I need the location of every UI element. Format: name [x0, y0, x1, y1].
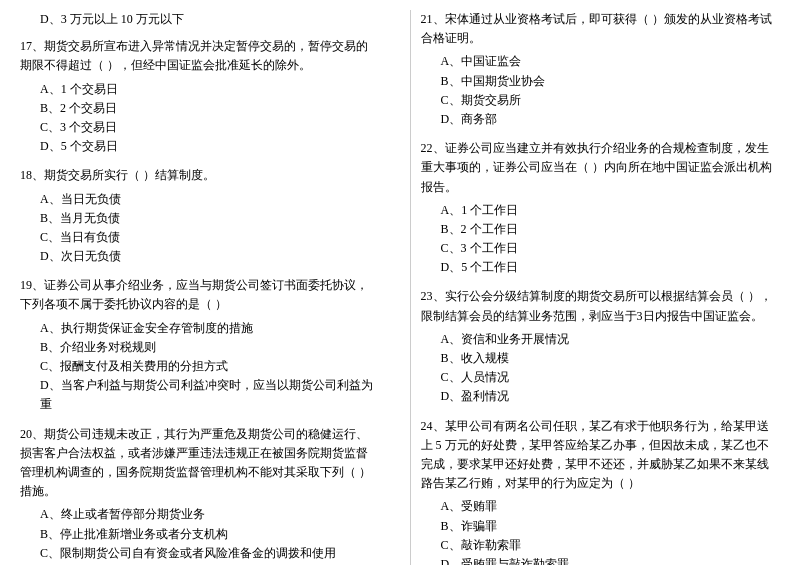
q18-option-a: A、当日无负债	[40, 190, 380, 209]
q17-option-a: A、1 个交易日	[40, 80, 380, 99]
question-24: 24、某甲公司有两名公司任职，某乙有求于他职务行为，给某甲送上 5 万元的好处费…	[421, 417, 781, 565]
question-18: 18、期货交易所实行（ ）结算制度。 A、当日无负债 B、当月无负债 C、当日有…	[20, 166, 380, 266]
q19-option-b: B、介绍业务对税规则	[40, 338, 380, 357]
q18-option-d: D、次日无负债	[40, 247, 380, 266]
q24-option-d: D、受贿罪与敲诈勒索罪	[441, 555, 781, 565]
q22-option-c: C、3 个工作日	[441, 239, 781, 258]
question-23: 23、实行公会分级结算制度的期货交易所可以根据结算会员（ ），限制结算会员的结算…	[421, 287, 781, 406]
q24-option-a: A、受贿罪	[441, 497, 781, 516]
question-20: 20、期货公司违规未改正，其行为严重危及期货公司的稳健运行、损害客户合法权益，或…	[20, 425, 380, 565]
q23-option-c: C、人员情况	[441, 368, 781, 387]
q23-option-d: D、盈利情况	[441, 387, 781, 406]
right-column: 21、宋体通过从业资格考试后，即可获得（ ）颁发的从业资格考试合格证明。 A、中…	[410, 10, 781, 565]
question-19: 19、证券公司从事介绍业务，应当与期货公司签订书面委托协议，下列各项不属于委托协…	[20, 276, 380, 414]
q24-option-c: C、敲诈勒索罪	[441, 536, 781, 555]
question-22-text: 22、证券公司应当建立并有效执行介绍业务的合规检查制度，发生重大事项的，证券公司…	[421, 139, 781, 197]
q19-option-c: C、报酬支付及相关费用的分担方式	[40, 357, 380, 376]
question-21-text: 21、宋体通过从业资格考试后，即可获得（ ）颁发的从业资格考试合格证明。	[421, 10, 781, 48]
top-option-d: D、3 万元以上 10 万元以下	[20, 10, 380, 29]
question-21: 21、宋体通过从业资格考试后，即可获得（ ）颁发的从业资格考试合格证明。 A、中…	[421, 10, 781, 129]
q17-option-d: D、5 个交易日	[40, 137, 380, 156]
q23-option-b: B、收入规模	[441, 349, 781, 368]
q17-option-c: C、3 个交易日	[40, 118, 380, 137]
question-17: 17、期货交易所宣布进入异常情况并决定暂停交易的，暂停交易的期限不得超过（ ），…	[20, 37, 380, 156]
question-24-text: 24、某甲公司有两名公司任职，某乙有求于他职务行为，给某甲送上 5 万元的好处费…	[421, 417, 781, 494]
q21-option-c: C、期货交易所	[441, 91, 781, 110]
left-column: D、3 万元以上 10 万元以下 17、期货交易所宣布进入异常情况并决定暂停交易…	[20, 10, 390, 565]
q22-option-b: B、2 个工作日	[441, 220, 781, 239]
q20-option-c: C、限制期货公司自有资金或者风险准备金的调拨和使用	[40, 544, 380, 563]
q19-option-a: A、执行期货保证金安全存管制度的措施	[40, 319, 380, 338]
q24-option-b: B、诈骗罪	[441, 517, 781, 536]
q22-option-d: D、5 个工作日	[441, 258, 781, 277]
q21-option-b: B、中国期货业协会	[441, 72, 781, 91]
q19-option-d: D、当客户利益与期货公司利益冲突时，应当以期货公司利益为重	[40, 376, 380, 414]
question-20-text: 20、期货公司违规未改正，其行为严重危及期货公司的稳健运行、损害客户合法权益，或…	[20, 425, 380, 502]
q20-option-a: A、终止或者暂停部分期货业务	[40, 505, 380, 524]
q21-option-a: A、中国证监会	[441, 52, 781, 71]
question-19-text: 19、证券公司从事介绍业务，应当与期货公司签订书面委托协议，下列各项不属于委托协…	[20, 276, 380, 314]
q18-option-b: B、当月无负债	[40, 209, 380, 228]
q23-option-a: A、资信和业务开展情况	[441, 330, 781, 349]
question-23-text: 23、实行公会分级结算制度的期货交易所可以根据结算会员（ ），限制结算会员的结算…	[421, 287, 781, 325]
q20-option-b: B、停止批准新增业务或者分支机构	[40, 525, 380, 544]
q18-option-c: C、当日有负债	[40, 228, 380, 247]
q22-option-a: A、1 个工作日	[441, 201, 781, 220]
q17-option-b: B、2 个交易日	[40, 99, 380, 118]
q21-option-d: D、商务部	[441, 110, 781, 129]
question-18-text: 18、期货交易所实行（ ）结算制度。	[20, 166, 380, 185]
top-option-d-text: D、3 万元以上 10 万元以下	[40, 10, 380, 29]
question-17-text: 17、期货交易所宣布进入异常情况并决定暂停交易的，暂停交易的期限不得超过（ ），…	[20, 37, 380, 75]
question-22: 22、证券公司应当建立并有效执行介绍业务的合规检查制度，发生重大事项的，证券公司…	[421, 139, 781, 277]
